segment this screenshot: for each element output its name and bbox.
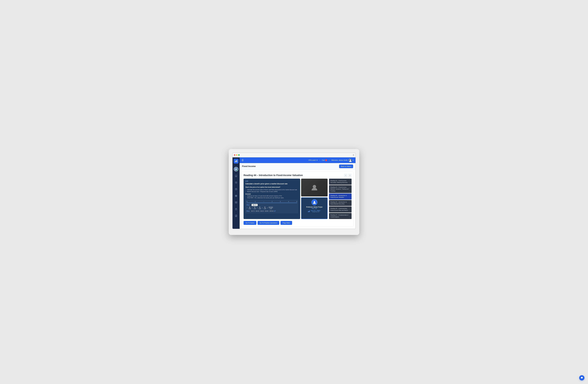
presenter-area: Professor James Forjan PhD, CFA	[301, 179, 328, 219]
fraction-3: $5 1.06³	[259, 206, 261, 209]
minimize-dot[interactable]	[236, 154, 237, 156]
bond-timeline: 01···2345	[247, 201, 297, 203]
sidebar-item-books[interactable]	[234, 174, 238, 178]
fraction-1: $5 1.06¹	[249, 206, 251, 209]
online-indicator	[237, 170, 238, 171]
reading-47-text: Reading 47 – Fundamentals of Credit Anal…	[330, 214, 350, 218]
cart-button[interactable]: Cart 1	[322, 159, 327, 161]
title-bar: ≡	[232, 153, 356, 157]
analyst-url: AnalystPrep.com	[311, 211, 321, 212]
top-nav-right: CFA Level I ▾ | Cart 1 | Welcome, Ja	[309, 158, 354, 162]
sidebar	[232, 157, 240, 229]
slide-bullet-2: Market discount rate = Required rate of …	[247, 191, 298, 192]
reading-44-text: Reading 44 – Introduction to Fixed-Incom…	[330, 195, 350, 198]
svg-rect-19	[309, 210, 310, 212]
slide-subheading: How's the price of an option-free bond d…	[246, 186, 298, 188]
video-feed	[301, 179, 328, 197]
app-layout: ☰ CFA Level I ▾ | Cart 1	[232, 157, 356, 229]
content-area: Reading 44 – Introduction to Fixed-Incom…	[240, 170, 356, 229]
fraction-2: $5 1.06²	[253, 206, 256, 209]
user-avatar[interactable]	[234, 167, 238, 171]
fraction-5: $5+$100 1.06⁵	[269, 206, 273, 209]
close-dot[interactable]	[234, 154, 235, 156]
bond-diagram: 01···2345 Price $95.79 =	[246, 200, 298, 213]
svg-point-8	[236, 195, 237, 196]
laptop-wrapper: ≡	[229, 149, 359, 235]
cart-badge: 1	[325, 159, 327, 161]
level-selector[interactable]: CFA Level I ▾	[309, 159, 318, 161]
svg-point-14	[350, 159, 351, 161]
reading-46-text: Reading 46 – Understanding Fixed-Income …	[330, 208, 350, 211]
action-buttons: Go To Notes Go To Practice Questions Fla…	[244, 221, 352, 225]
svg-rect-0	[235, 161, 235, 162]
page-title: Fixed Income	[242, 165, 256, 168]
go-to-notes-button[interactable]: Go To Notes	[244, 221, 256, 225]
presenter-card: Professor James Forjan PhD, CFA	[301, 197, 328, 219]
reading-card: Reading 44 – Introduction to Fixed-Incom…	[242, 172, 354, 227]
los-badge: LOS	[246, 181, 298, 182]
price-value: $95.79	[252, 204, 258, 206]
sidebar-item-target[interactable]	[234, 194, 238, 198]
slide-example-2: If the RRR = 6%, determine the bonds pri…	[247, 197, 298, 199]
reading-title: Reading 44 – Introduction to Fixed-Incom…	[244, 174, 303, 177]
flag-video-button[interactable]: Flag Video	[280, 221, 292, 225]
sidebar-item-clipboard[interactable]	[234, 207, 238, 211]
svg-rect-1	[236, 161, 236, 162]
readings-list: Reading 42 – Fixed-Income Securities: De…	[329, 179, 352, 219]
main-area: ☰ CFA Level I ▾ | Cart 1	[240, 157, 356, 229]
svg-rect-18	[309, 211, 309, 212]
menu-icon[interactable]: ≡	[353, 154, 354, 156]
sidebar-item-book[interactable]	[234, 214, 238, 218]
bond-values-row: Price $4.72+ $4.45+ $4.20+ $3.96+ $78.46…	[247, 210, 297, 212]
slide-example-label: Example	[246, 193, 298, 195]
fraction-4: $5 1.06⁴	[264, 206, 266, 209]
maximize-dot[interactable]	[238, 154, 240, 156]
video-section: LOS Calculate a bond's price given a mar…	[244, 179, 352, 219]
reading-item-42[interactable]: Reading 42 – Fixed-Income Securities: De…	[329, 179, 352, 185]
slide-area: LOS Calculate a bond's price given a mar…	[244, 179, 300, 219]
svg-point-3	[236, 168, 236, 169]
analyst-logo: ANALYST —PREP— AnalystPrep.com	[303, 210, 326, 212]
reading-42-text: Reading 42 – Fixed-Income Securities: De…	[330, 180, 350, 183]
video-placeholder	[301, 179, 328, 197]
user-arrow: ▾	[353, 159, 354, 161]
hamburger-menu[interactable]: ☰	[242, 159, 244, 162]
back-to-videos-button[interactable]: Back to Videos	[339, 164, 353, 168]
svg-point-15	[313, 185, 316, 188]
reading-item-45[interactable]: Reading 45 – Introduction to Asset-Backe…	[329, 200, 352, 206]
reading-45-text: Reading 45 – Introduction to Asset-Backe…	[330, 201, 350, 205]
reading-item-44[interactable]: Reading 44 – Introduction to Fixed-Incom…	[329, 194, 352, 200]
reading-nav: ‹ ›	[344, 174, 352, 177]
presenter-name: Professor James Forjan	[303, 206, 326, 208]
bond-fractions: = $5 1.06¹ + $5	[247, 206, 297, 209]
svg-rect-10	[236, 208, 236, 209]
sidebar-item-learn[interactable]	[234, 181, 238, 185]
reading-item-47[interactable]: Reading 47 – Fundamentals of Credit Anal…	[329, 213, 352, 219]
level-arrow: ▾	[317, 159, 318, 161]
bond-cash-flows: Price $95.79	[247, 204, 297, 206]
reading-item-43[interactable]: Reading 43 – Fixed-Income Markets: Issua…	[329, 185, 352, 193]
brand-logo[interactable]	[234, 159, 238, 163]
chat-bubble[interactable]	[579, 375, 585, 381]
video-main: LOS Calculate a bond's price given a mar…	[244, 179, 328, 219]
level-text: CFA Level I	[309, 159, 316, 161]
user-menu[interactable]: Welcome, James Smith ▾	[331, 158, 354, 162]
next-reading-button[interactable]: ›	[348, 174, 352, 177]
svg-point-9	[236, 196, 236, 196]
price-label: Price	[247, 204, 251, 206]
page-header: Fixed Income Back to Videos	[240, 163, 356, 170]
slide-example-1: Suppose we have a 5-year bond with annua…	[247, 195, 298, 197]
svg-point-16	[314, 201, 315, 203]
slide-bullet-1: Calculate the present value of future ca…	[247, 189, 298, 190]
presenter-title: PhD, CFA	[303, 208, 326, 209]
sidebar-item-reading[interactable]	[234, 200, 238, 205]
prev-reading-button[interactable]: ‹	[344, 174, 347, 177]
welcome-text: Welcome, James Smith	[331, 159, 348, 161]
nav-divider: |	[319, 159, 320, 161]
top-nav: ☰ CFA Level I ▾ | Cart 1	[240, 157, 356, 163]
reading-item-46[interactable]: Reading 46 – Understanding Fixed-Income …	[329, 206, 352, 212]
reading-header: Reading 44 – Introduction to Fixed-Incom…	[244, 174, 352, 177]
go-to-practice-button[interactable]: Go To Practice Questions	[258, 221, 279, 225]
sidebar-item-help[interactable]	[234, 187, 238, 191]
cart-label: Cart	[322, 159, 325, 161]
